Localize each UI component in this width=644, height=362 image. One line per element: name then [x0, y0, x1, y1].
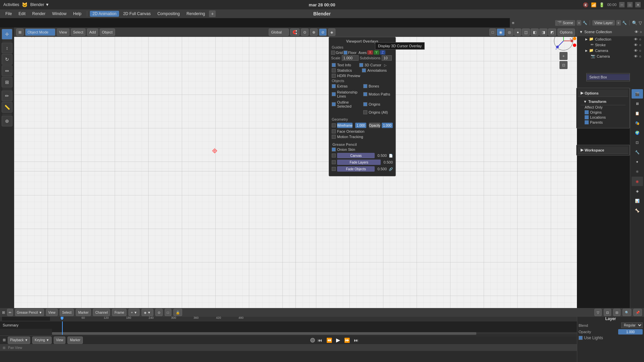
filter-options-btn[interactable]: ▽ [639, 20, 642, 25]
new-scene-btn[interactable]: + [577, 20, 581, 25]
wireframe-check[interactable] [332, 123, 336, 127]
gp-type-btn[interactable]: Grease Pencil ▼ [15, 309, 44, 316]
prop-render-btn[interactable]: 🎬 [632, 89, 643, 99]
fade-layers-slider[interactable]: Fade Layers [337, 160, 381, 165]
gp-filter-btn[interactable]: ▽ [594, 309, 602, 316]
prop-world-btn[interactable]: 🌍 [632, 128, 643, 137]
prop-material-btn[interactable]: ◉ [632, 177, 643, 186]
xray-btn[interactable]: ◈ [328, 28, 335, 36]
statistics-check[interactable] [332, 68, 336, 72]
scene-selector[interactable]: 🎬 Scene [555, 20, 575, 26]
origins-check[interactable] [363, 102, 367, 106]
prop-scene-btn[interactable]: 🎭 [632, 118, 643, 128]
pb-marker-btn[interactable]: Marker [67, 337, 83, 344]
gp-lock-btn[interactable]: 🔓 [173, 309, 182, 316]
text-info-check[interactable] [332, 63, 336, 67]
measure-tool[interactable]: 📏 [2, 102, 12, 113]
perspective-toggle-btn[interactable]: ⊡ [559, 61, 568, 69]
viewport[interactable]: User Perspective (1) Collection | Stroke… [14, 27, 577, 315]
canvas-slider[interactable]: Canvas [337, 153, 375, 158]
add-menu-btn[interactable]: Add [87, 28, 98, 36]
filter-search-btn[interactable]: 🔍 [632, 20, 637, 25]
scale-tool[interactable]: ⇔ [2, 65, 12, 76]
move-tool[interactable]: ↕ [2, 43, 12, 53]
transform-snap-btn[interactable]: 🧲 [290, 28, 300, 36]
floor-check[interactable] [343, 51, 347, 55]
onion-skin-check[interactable] [332, 147, 336, 152]
tab-2d-animation[interactable]: 2D Animation [90, 11, 119, 17]
gp-channel-btn[interactable]: Channel [93, 309, 110, 316]
gp-add-btn[interactable]: + ▼ [128, 309, 140, 316]
select-box-item[interactable]: Select Box [587, 74, 630, 80]
add-workspace-btn[interactable]: + [209, 10, 216, 17]
prop-view-layer-btn[interactable]: 📋 [632, 109, 643, 118]
skip-to-end-btn[interactable]: ⏭ [353, 337, 360, 344]
bones-check[interactable] [363, 84, 367, 88]
tab-2d-full-canvas[interactable]: 2D Full Canvas [120, 11, 153, 17]
wireframe-val[interactable]: 1.000 [355, 123, 366, 128]
prop-output-btn[interactable]: 🖥 [632, 99, 643, 108]
maximize-btn[interactable]: □ [627, 2, 633, 7]
parents-option-check[interactable] [585, 120, 589, 124]
sc-camera-coll[interactable]: ▶ 📁 Camera 👁○ [577, 48, 644, 53]
step-forward-btn[interactable]: ⏩ [343, 337, 351, 344]
canvas-check[interactable] [332, 154, 336, 158]
fade-objects-check[interactable] [332, 167, 336, 171]
scale-input[interactable] [342, 55, 359, 61]
gp-marker-btn[interactable]: Marker [76, 309, 91, 316]
tl-scrollbar-handle[interactable] [52, 332, 476, 335]
opacity-slider[interactable]: Opacity [369, 123, 380, 128]
skip-to-start-btn[interactable]: ⏮ [316, 337, 324, 344]
play-btn[interactable]: ▶ [335, 336, 341, 344]
sc-collection[interactable]: ▶ 📁 Collection 👁○ [577, 36, 644, 42]
menu-window[interactable]: Window [49, 11, 69, 17]
show-overlay-btn[interactable]: ⊘ [319, 28, 327, 36]
object-menu-btn[interactable]: Object [100, 28, 115, 36]
motion-tracking-check[interactable] [332, 135, 336, 139]
prop-object-btn[interactable]: ⊡ [632, 138, 643, 147]
fade-objects-icon[interactable]: 🔗 [389, 167, 393, 171]
viewport-shading-solid[interactable]: ◉ [497, 28, 505, 36]
sc-eye[interactable]: 👁 [635, 30, 638, 34]
menu-edit[interactable]: Edit [16, 11, 28, 17]
global-orientation-btn[interactable]: Global [269, 28, 289, 36]
annotate-tool[interactable]: ✏ [2, 90, 12, 101]
opacity-layer-slider[interactable]: 1.000 [618, 329, 643, 335]
viewport-shading-extra1[interactable]: ◫ [522, 28, 530, 36]
show-gizmo-btn[interactable]: ⊕ [310, 28, 318, 36]
tab-rendering[interactable]: Rendering [184, 11, 208, 17]
viewport-shading-extra3[interactable]: ◨ [539, 28, 547, 36]
z-axis-btn[interactable]: Z [380, 50, 385, 55]
step-back-btn[interactable]: ⏪ [325, 337, 333, 344]
tl-tracks[interactable]: 1 60 120 180 240 300 360 420 480 [52, 315, 644, 336]
gp-snap-btn[interactable]: ◈ ▼ [142, 309, 153, 316]
workspace-header[interactable]: ▶ Workspace [578, 146, 628, 154]
sc-camera-obj[interactable]: 📷 Camera 👁○ [577, 53, 644, 59]
select-menu-btn[interactable]: Select [71, 28, 86, 36]
keying-btn[interactable]: Keying ▼ [32, 337, 51, 344]
outline-check[interactable] [332, 102, 336, 106]
tl-search-input[interactable] [2, 316, 50, 321]
viewport-shading-extra4[interactable]: ◩ [548, 28, 556, 36]
menu-file[interactable]: File [3, 11, 14, 17]
x-axis-btn[interactable]: X [367, 50, 373, 55]
cursor3d-check[interactable] [359, 63, 363, 67]
tab-compositing[interactable]: Compositing [155, 11, 182, 17]
locations-option-check[interactable] [585, 115, 589, 119]
close-btn[interactable]: ✕ [635, 2, 641, 7]
minimize-btn[interactable]: ─ [619, 2, 625, 7]
blend-select[interactable]: Regular [621, 322, 643, 328]
gp-view2-btn[interactable]: ⊡ [604, 309, 611, 316]
blender-menu-label[interactable]: Blender ▼ [30, 2, 49, 7]
record-btn[interactable] [310, 338, 315, 343]
gp-pin-btn[interactable]: 📌 [633, 309, 642, 316]
object-mode-btn[interactable]: Object Mode [25, 28, 55, 36]
prop-particles-btn[interactable]: ✦ [632, 157, 643, 167]
transform-header[interactable]: ▼ Transform [581, 98, 626, 105]
grid-check[interactable] [331, 51, 335, 55]
tl-scrollbar[interactable] [52, 332, 644, 335]
y-axis-btn[interactable]: Y [374, 50, 379, 55]
opacity-val[interactable]: 1.000 [382, 123, 393, 128]
gp-select-btn[interactable]: Select [60, 309, 74, 316]
gp-frame-btn[interactable]: Frame [112, 309, 126, 316]
